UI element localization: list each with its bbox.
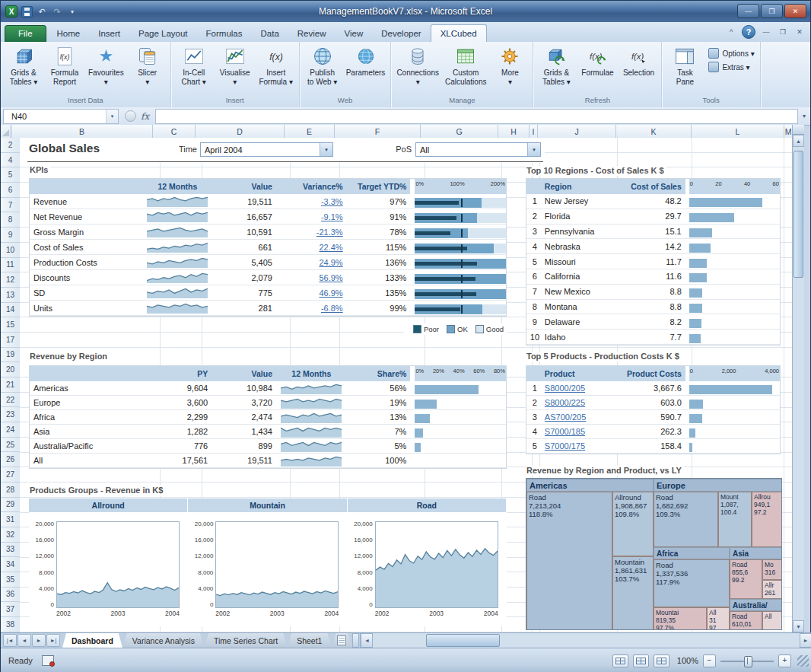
- row-header[interactable]: 36: [1, 588, 20, 603]
- horizontal-scroll-thumb[interactable]: [426, 634, 500, 647]
- product-link[interactable]: S8000/205: [545, 384, 585, 393]
- sheet-tab-variance-analysis[interactable]: Variance Analysis: [123, 633, 204, 648]
- variance-link[interactable]: 46.9%: [319, 288, 342, 298]
- time-filter-dropdown[interactable]: April 2004 ▾: [200, 142, 333, 157]
- product-link[interactable]: S7000/175: [545, 441, 585, 451]
- insert-formula-button[interactable]: f(x) Insert Formula ▾: [256, 43, 297, 96]
- column-header[interactable]: B: [11, 125, 153, 138]
- tab-formulas[interactable]: Formulas: [197, 25, 252, 42]
- scroll-down-icon[interactable]: ▼: [793, 620, 804, 632]
- row-header[interactable]: 15: [1, 317, 20, 333]
- row-header[interactable]: 20: [1, 362, 20, 377]
- tab-view[interactable]: View: [336, 25, 373, 42]
- row-header[interactable]: 4: [1, 153, 20, 168]
- row-header[interactable]: 19: [1, 348, 20, 363]
- prev-sheet-icon[interactable]: ◄: [17, 634, 31, 647]
- sheet-tab-sheet1[interactable]: Sheet1: [288, 633, 331, 648]
- name-box[interactable]: N40 ▾: [3, 109, 119, 124]
- row-header[interactable]: 35: [1, 572, 20, 588]
- qat-customize-icon[interactable]: ▾: [66, 5, 78, 18]
- normal-view-button[interactable]: [612, 654, 628, 667]
- connections-button[interactable]: Connections ▾: [393, 43, 442, 96]
- sheet-tab-time-series-chart[interactable]: Time Series Chart: [205, 633, 287, 648]
- row-header[interactable]: 6: [1, 183, 20, 198]
- refresh-selection-button[interactable]: f(x) Selection: [618, 43, 659, 96]
- split-handle[interactable]: [793, 125, 804, 135]
- workbook-minimize-icon[interactable]: —: [760, 27, 772, 37]
- favourites-button[interactable]: ★ Favourites ▾: [85, 43, 127, 96]
- zoom-out-icon[interactable]: −: [703, 654, 716, 667]
- pos-filter-dropdown[interactable]: All ▾: [415, 142, 541, 157]
- treemap-region-australia[interactable]: Australia/: [730, 599, 782, 611]
- treemap-region-americas[interactable]: Americas: [526, 479, 654, 492]
- treemap-cell-europe-allround[interactable]: Allrou949,197.2: [752, 492, 782, 547]
- row-header[interactable]: 2: [1, 138, 20, 153]
- restore-button[interactable]: ❐: [761, 4, 783, 18]
- visualise-button[interactable]: Visualise ▾: [215, 43, 256, 96]
- expand-formula-bar-icon[interactable]: ▾: [798, 113, 810, 119]
- variance-link[interactable]: -21.3%: [316, 228, 343, 237]
- row-header[interactable]: 8: [1, 212, 20, 228]
- treemap-region-asia[interactable]: Asia: [730, 547, 782, 559]
- workbook-close-icon[interactable]: ✕: [794, 27, 806, 37]
- spreadsheet-grid[interactable]: Global Sales Time April 2004 ▾ PoS All ▾…: [20, 138, 792, 632]
- last-sheet-icon[interactable]: ►|: [46, 634, 60, 647]
- resize-grip[interactable]: [797, 655, 809, 667]
- column-header[interactable]: J: [538, 125, 616, 138]
- custom-calculations-button[interactable]: Custom Calculations: [442, 43, 489, 96]
- variance-link[interactable]: -6.8%: [321, 304, 343, 313]
- redo-icon[interactable]: ↷: [51, 5, 63, 18]
- row-header[interactable]: 22: [1, 393, 20, 408]
- treemap-cell-europe-mountain[interactable]: Mount1,087,100.4: [718, 492, 752, 547]
- column-header[interactable]: C: [153, 125, 196, 138]
- tab-insert[interactable]: Insert: [89, 25, 129, 42]
- treemap-cell-americas-mountain[interactable]: Mountain1,861,631103.7%: [612, 556, 654, 630]
- variance-link[interactable]: 24.9%: [319, 258, 342, 267]
- row-header[interactable]: 13: [1, 288, 20, 303]
- row-header[interactable]: 37: [1, 602, 20, 617]
- help-icon[interactable]: ?: [742, 25, 755, 39]
- product-link[interactable]: S7000/185: [545, 427, 585, 436]
- row-header[interactable]: 31: [1, 512, 20, 527]
- horizontal-scrollbar[interactable]: ◄ ►: [360, 633, 811, 648]
- zoom-slider-thumb[interactable]: [744, 656, 752, 667]
- column-header[interactable]: E: [285, 125, 335, 138]
- row-header[interactable]: 7: [1, 198, 20, 213]
- row-header[interactable]: 23: [1, 407, 20, 422]
- tab-review[interactable]: Review: [288, 25, 336, 42]
- page-break-view-button[interactable]: [654, 654, 669, 667]
- treemap-cell-asia-mountain[interactable]: Mo316: [762, 559, 782, 580]
- next-sheet-icon[interactable]: ►: [32, 634, 46, 647]
- workbook-restore-icon[interactable]: ❐: [777, 27, 789, 37]
- row-header[interactable]: 29: [1, 498, 20, 513]
- formula-report-button[interactable]: f(x) Formula Report: [44, 43, 85, 96]
- chevron-down-icon[interactable]: ▾: [320, 143, 332, 156]
- variance-link[interactable]: 56.9%: [319, 273, 342, 282]
- save-icon[interactable]: [21, 5, 33, 18]
- treemap-cell-africa-mountain[interactable]: Mountai819,3597.7%: [654, 607, 707, 630]
- treemap-region-africa[interactable]: Africa: [654, 547, 730, 559]
- row-header[interactable]: 5: [1, 167, 20, 183]
- refresh-formulae-button[interactable]: f(x) Formulae: [577, 43, 618, 96]
- zoom-slider[interactable]: [720, 655, 774, 667]
- extras-button[interactable]: Extras ▾: [708, 62, 754, 72]
- treemap-cell-americas-allround[interactable]: Allround1,908,867109.8%: [612, 492, 654, 556]
- chevron-down-icon[interactable]: ▾: [527, 143, 540, 156]
- zoom-in-icon[interactable]: +: [778, 654, 791, 667]
- variance-link[interactable]: -3.3%: [321, 197, 343, 206]
- column-header[interactable]: G: [421, 125, 498, 138]
- options-button[interactable]: Options ▾: [708, 48, 754, 59]
- row-header[interactable]: 24: [1, 422, 20, 438]
- row-header[interactable]: 32: [1, 527, 20, 543]
- column-header[interactable]: D: [196, 125, 285, 138]
- column-header[interactable]: M: [784, 125, 792, 138]
- column-header[interactable]: H: [498, 125, 530, 138]
- product-link[interactable]: S8000/225: [545, 398, 585, 407]
- treemap-cell-australia-road[interactable]: Road610,01: [730, 611, 762, 630]
- sheet-tab-dashboard[interactable]: Dashboard: [62, 633, 122, 648]
- vertical-scrollbar[interactable]: ▲ ▼: [792, 125, 804, 632]
- refresh-grids-tables-button[interactable]: Grids & Tables ▾: [536, 43, 577, 96]
- select-all-corner[interactable]: [1, 125, 11, 138]
- zoom-level[interactable]: 100%: [674, 656, 698, 665]
- row-header[interactable]: 17: [1, 333, 20, 348]
